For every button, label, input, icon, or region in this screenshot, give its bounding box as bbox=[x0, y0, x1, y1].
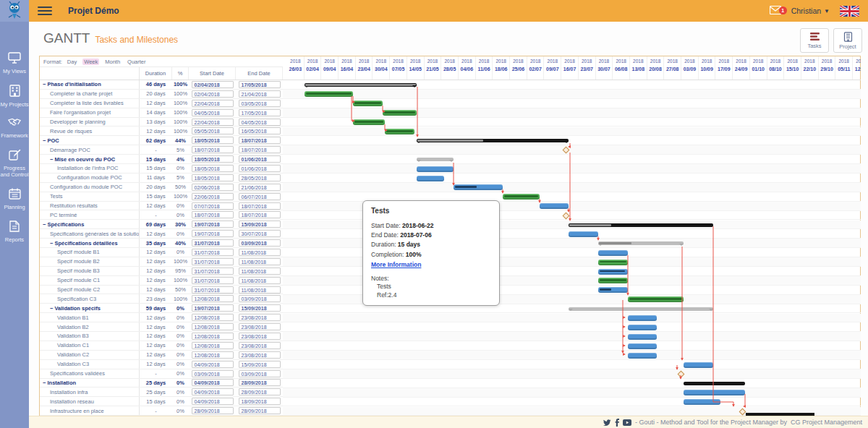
task-bar[interactable] bbox=[628, 334, 658, 340]
task-bar[interactable] bbox=[628, 296, 684, 302]
table-row[interactable]: Configuration module POC11 days5%18/05/2… bbox=[40, 174, 283, 183]
summary-bar[interactable] bbox=[417, 158, 454, 161]
menu-icon[interactable] bbox=[38, 4, 52, 17]
table-row[interactable]: − POC62 days44%18/05/201818/07/2018 bbox=[40, 136, 283, 145]
table-row[interactable]: Validation B312 days0%12/08/201823/08/20… bbox=[40, 332, 283, 341]
table-row[interactable]: − Mise en oeuvre du POC15 days4%18/05/20… bbox=[40, 155, 283, 164]
milestone-diamond[interactable] bbox=[563, 147, 570, 154]
milestone-diamond[interactable] bbox=[739, 408, 746, 415]
table-row[interactable]: Infrastructure en place-0%28/09/201828/0… bbox=[40, 406, 283, 416]
table-row[interactable]: Installation infra25 days0%04/09/201828/… bbox=[40, 388, 283, 397]
table-row[interactable]: Démarrage POC-5%18/07/201818/07/2018 bbox=[40, 145, 283, 155]
language-flag-uk[interactable] bbox=[840, 6, 859, 17]
task-bar[interactable] bbox=[598, 269, 628, 275]
task-bar[interactable] bbox=[454, 184, 503, 190]
task-bar[interactable] bbox=[569, 231, 598, 237]
format-option-week[interactable]: Week bbox=[82, 59, 99, 65]
task-bar[interactable] bbox=[305, 91, 354, 97]
table-row[interactable]: − Spécifications69 days30%19/07/201815/0… bbox=[40, 220, 283, 229]
task-bar[interactable] bbox=[417, 166, 454, 172]
table-row[interactable]: Restitution résultats12 days0%07/07/2018… bbox=[40, 202, 283, 211]
table-row[interactable]: Tests15 days100%22/06/201806/07/2018 bbox=[40, 192, 283, 202]
table-row[interactable]: Faire l'organisation projet14 days100%04… bbox=[40, 108, 283, 118]
task-bar[interactable] bbox=[503, 194, 540, 200]
milestone-diamond[interactable] bbox=[563, 212, 570, 219]
task-bar[interactable] bbox=[684, 399, 720, 405]
table-row[interactable]: Specification C323 days100%12/08/201803/… bbox=[40, 294, 283, 304]
sidebar-item-reports[interactable]: Reports bbox=[0, 221, 29, 243]
task-bar[interactable] bbox=[417, 176, 443, 181]
twitter-icon[interactable] bbox=[603, 419, 611, 426]
table-row[interactable]: Specif module C212 days50%31/07/201811/0… bbox=[40, 286, 283, 295]
table-row[interactable]: Developper le planning13 days100%22/04/2… bbox=[40, 118, 283, 127]
footer-company-link[interactable]: CG Project Management bbox=[791, 419, 862, 426]
task-percent: 0% bbox=[172, 165, 189, 171]
sidebar-item-framework[interactable]: Framework bbox=[0, 118, 29, 139]
table-row[interactable]: Specif module C112 days100%31/07/201811/… bbox=[40, 276, 283, 286]
table-row[interactable]: Specif module B212 days100%31/07/201811/… bbox=[40, 257, 283, 267]
table-row[interactable]: Validation C112 days0%12/08/201823/08/20… bbox=[40, 341, 283, 351]
format-option-quarter[interactable]: Quarter bbox=[126, 59, 147, 65]
table-row[interactable]: Installation de l'infra POC15 days0%18/0… bbox=[40, 164, 283, 174]
task-duration: 13 days bbox=[140, 119, 172, 125]
table-row[interactable]: Validation C312 days0%04/09/201815/09/20… bbox=[40, 360, 283, 369]
summary-bar[interactable] bbox=[598, 241, 684, 245]
user-menu[interactable]: Christian ▼ bbox=[791, 7, 830, 15]
task-bar[interactable] bbox=[628, 353, 658, 359]
summary-bar[interactable] bbox=[305, 83, 417, 87]
table-row[interactable]: Compléter la charte projet20 days100%02/… bbox=[40, 90, 283, 99]
task-bar[interactable] bbox=[383, 110, 417, 116]
project-view-button[interactable]: Project bbox=[833, 28, 862, 53]
task-bar[interactable] bbox=[385, 129, 414, 134]
table-row[interactable]: Configuration du module POC20 days50%02/… bbox=[40, 183, 283, 192]
messages-button[interactable]: 1 bbox=[770, 4, 781, 17]
facebook-icon[interactable] bbox=[615, 419, 619, 427]
table-row[interactable]: Spécifications validées-0%03/09/201803/0… bbox=[40, 369, 283, 379]
table-row[interactable]: − Validation spécifs59 days0%19/07/20181… bbox=[40, 304, 283, 313]
task-bar[interactable] bbox=[540, 203, 569, 209]
table-row[interactable]: Specif module B312 days95%31/07/201811/0… bbox=[40, 267, 283, 276]
youtube-icon[interactable] bbox=[623, 419, 631, 426]
task-bar[interactable] bbox=[598, 260, 628, 265]
task-bar[interactable] bbox=[628, 325, 658, 330]
task-bar[interactable] bbox=[598, 250, 628, 256]
app-logo-mascot-icon[interactable] bbox=[0, 0, 29, 22]
task-percent: 5% bbox=[172, 147, 189, 153]
milestone-diamond[interactable] bbox=[678, 370, 685, 377]
format-option-day[interactable]: Day bbox=[66, 59, 78, 65]
table-row[interactable]: − Installation25 days0%04/09/201828/09/2… bbox=[40, 379, 283, 388]
summary-bar[interactable] bbox=[684, 382, 745, 385]
task-bar[interactable] bbox=[353, 100, 383, 106]
task-bar[interactable] bbox=[684, 362, 713, 368]
more-information-link[interactable]: More Information bbox=[371, 261, 421, 268]
table-row[interactable]: Validation C212 days0%12/08/201823/08/20… bbox=[40, 351, 283, 360]
task-bar[interactable] bbox=[353, 119, 385, 125]
summary-bar[interactable] bbox=[417, 139, 569, 142]
task-start-date: 12/08/2018 bbox=[192, 333, 234, 340]
timeline-week: 201829/10 bbox=[819, 56, 836, 80]
task-bar[interactable] bbox=[598, 287, 628, 293]
summary-bar[interactable] bbox=[569, 307, 713, 311]
sidebar-item-planning[interactable]: Planning bbox=[0, 188, 29, 210]
table-row[interactable]: Installation réseau15 days0%04/09/201818… bbox=[40, 397, 283, 406]
table-row[interactable]: Spécifications générales de la solution1… bbox=[40, 229, 283, 239]
tasks-view-button[interactable]: Tasks bbox=[800, 28, 829, 53]
table-row[interactable]: Validation B212 days0%12/08/201823/08/20… bbox=[40, 322, 283, 332]
task-percent: 0% bbox=[172, 398, 189, 405]
table-row[interactable]: Validation B112 days0%12/08/201823/08/20… bbox=[40, 313, 283, 322]
table-row[interactable]: Revue de risques12 days100%05/05/201816/… bbox=[40, 127, 283, 136]
table-row[interactable]: Specif module B112 days0%31/07/201811/08… bbox=[40, 248, 283, 257]
task-bar[interactable] bbox=[628, 315, 658, 321]
sidebar-item-my-projects[interactable]: My Projects bbox=[0, 85, 29, 108]
table-row[interactable]: Compléter la liste des livrables12 days1… bbox=[40, 99, 283, 108]
sidebar-item-progress-and-control[interactable]: Progress and Control bbox=[0, 149, 29, 178]
task-bar[interactable] bbox=[684, 390, 745, 395]
table-row[interactable]: PC terminé-0%18/07/201818/07/2018 bbox=[40, 210, 283, 220]
summary-bar[interactable] bbox=[569, 223, 713, 227]
table-row[interactable]: − Spécifications détaillées35 days40%31/… bbox=[40, 239, 283, 248]
format-option-month[interactable]: Month bbox=[103, 59, 122, 65]
sidebar-item-my-views[interactable]: My Views bbox=[0, 52, 29, 74]
table-row[interactable]: − Phase d'initialisation46 days100%02/04… bbox=[40, 80, 283, 90]
task-bar[interactable] bbox=[628, 343, 658, 349]
task-bar[interactable] bbox=[598, 278, 628, 283]
